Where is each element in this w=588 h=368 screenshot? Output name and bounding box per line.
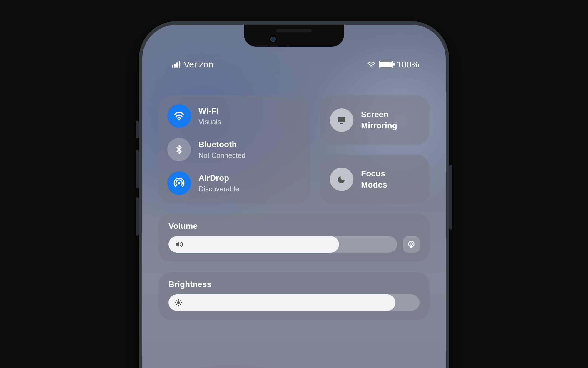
airdrop-title: AirDrop [198, 173, 239, 183]
svg-point-7 [177, 301, 180, 304]
airdrop-control[interactable]: AirDrop Discoverable [167, 171, 301, 195]
wifi-subtitle: Visuals [198, 117, 221, 126]
volume-down-button [136, 197, 139, 236]
sun-icon [174, 299, 183, 307]
power-button [449, 165, 452, 230]
screen-mirroring-label-1: Screen [361, 109, 397, 120]
svg-line-14 [176, 304, 177, 305]
display-notch [244, 25, 344, 47]
screen-mirroring-icon [330, 108, 353, 132]
svg-point-0 [371, 67, 372, 68]
battery-icon [379, 61, 393, 68]
svg-line-15 [180, 300, 181, 301]
volume-up-button [136, 150, 139, 188]
iphone-device-frame: Verizon 100% [138, 21, 450, 368]
moon-icon [330, 168, 353, 191]
svg-point-6 [409, 241, 414, 247]
focus-label-1: Focus [361, 168, 387, 179]
bluetooth-icon[interactable] [167, 138, 191, 161]
airplay-icon [407, 240, 416, 249]
wifi-icon[interactable] [167, 104, 191, 128]
focus-modes-tile[interactable]: Focus Modes [320, 155, 430, 204]
cellular-signal-icon [172, 61, 180, 68]
wifi-control[interactable]: Wi-Fi Visuals [167, 104, 301, 128]
screen-mirroring-tile[interactable]: Screen Mirroring [320, 95, 430, 145]
carrier-label: Verizon [184, 59, 213, 69]
airdrop-subtitle: Discoverable [198, 184, 239, 193]
battery-percent: 100% [397, 59, 419, 69]
volume-slider[interactable] [168, 236, 397, 253]
svg-rect-3 [338, 117, 345, 122]
airdrop-icon[interactable] [167, 171, 191, 195]
bluetooth-control[interactable]: Bluetooth Not Connected [167, 138, 301, 161]
screen-mirroring-label-2: Mirroring [361, 120, 397, 131]
svg-rect-4 [340, 123, 343, 124]
svg-point-5 [410, 243, 412, 245]
phone-screen: Verizon 100% [142, 25, 446, 368]
brightness-slider[interactable] [168, 294, 420, 311]
front-camera [270, 37, 276, 42]
status-bar: Verizon 100% [142, 57, 446, 72]
svg-line-12 [176, 300, 177, 301]
airplay-audio-button[interactable] [403, 236, 420, 253]
wifi-status-icon [367, 61, 375, 68]
earpiece-speaker [276, 29, 312, 32]
svg-point-1 [178, 119, 180, 120]
volume-tile[interactable]: Volume [158, 214, 430, 262]
brightness-tile[interactable]: Brightness [158, 272, 430, 320]
svg-point-2 [178, 182, 180, 184]
speaker-icon [174, 240, 183, 249]
bluetooth-subtitle: Not Connected [198, 151, 245, 160]
brightness-label: Brightness [168, 280, 420, 289]
bluetooth-title: Bluetooth [198, 139, 245, 150]
wifi-title: Wi-Fi [198, 106, 221, 116]
volume-label: Volume [168, 221, 420, 231]
svg-line-13 [180, 304, 181, 305]
focus-label-2: Modes [361, 179, 387, 190]
control-center: Wi-Fi Visuals Bluetooth [158, 95, 430, 368]
silent-switch [136, 121, 139, 138]
connectivity-tile[interactable]: Wi-Fi Visuals Bluetooth [158, 95, 310, 204]
